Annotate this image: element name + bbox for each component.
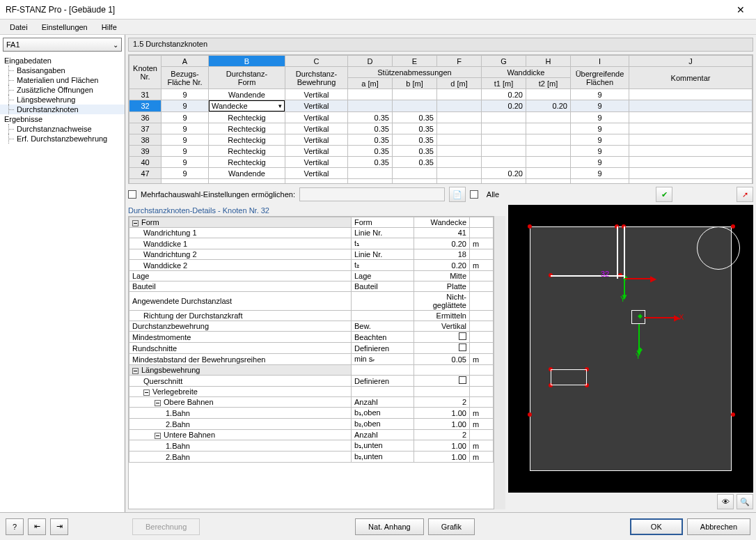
cell-t1[interactable]	[482, 112, 526, 123]
details-scrollbar[interactable]	[494, 216, 505, 509]
check-button[interactable]: ✔	[656, 187, 672, 202]
multiselect-checkbox[interactable]	[128, 190, 136, 199]
details-value[interactable]: Nicht-geglättete	[414, 292, 470, 311]
cell-bew[interactable]: Vertikal	[285, 157, 348, 168]
details-row[interactable]: MindestmomenteBeachten	[129, 332, 494, 343]
details-value[interactable]	[414, 365, 470, 376]
cell-b[interactable]	[393, 100, 437, 112]
col-f[interactable]: F	[437, 56, 482, 67]
cell-flaechen[interactable]: 9	[571, 100, 629, 112]
table-row[interactable]: 409RechteckigVertikal0.350.359	[129, 157, 753, 168]
details-row[interactable]: Angewendete DurchstanzlastNicht-geglätte…	[129, 292, 494, 311]
cell-d[interactable]	[437, 112, 482, 123]
cell-t1[interactable]: 0.20	[482, 168, 526, 179]
cell-flaechen[interactable]: 9	[571, 157, 629, 168]
details-row[interactable]: DurchstanzbewehrungBew.Vertikal	[129, 321, 494, 332]
cell-bew[interactable]: Vertikal	[285, 123, 348, 134]
cell-t1[interactable]	[482, 134, 526, 146]
details-row[interactable]: BauteilBauteilPlatte	[129, 281, 494, 292]
prev-button[interactable]: ⇤	[28, 518, 46, 535]
expand-icon[interactable]	[143, 389, 150, 396]
cell-bew[interactable]: Vertikal	[285, 146, 348, 157]
tree-ergebnisse[interactable]: Ergebnisse	[0, 114, 125, 124]
cell-a[interactable]: 0.35	[348, 157, 393, 168]
help-button[interactable]: ?	[6, 518, 24, 535]
next-button[interactable]: ⇥	[50, 518, 68, 535]
cell-b[interactable]	[393, 168, 437, 179]
cell-bezug[interactable]: 9	[162, 112, 209, 123]
details-row[interactable]: 1.Bahnb₁,oben1.00m	[129, 408, 494, 419]
cell-bezug[interactable]: 9	[162, 89, 209, 100]
cell-bew[interactable]: Vertikal	[285, 168, 348, 179]
details-row[interactable]: RundschnitteDefinieren	[129, 343, 494, 354]
tree-basisangaben[interactable]: Basisangaben	[0, 65, 125, 75]
cell-bezug[interactable]: 9	[162, 168, 209, 179]
cell-b[interactable]: 0.35	[393, 112, 437, 123]
details-row[interactable]: Untere BahnenAnzahl2	[129, 430, 494, 440]
menu-einstellungen[interactable]: Einstellungen	[35, 22, 95, 33]
cell-d[interactable]	[437, 146, 482, 157]
details-value[interactable]: Platte	[414, 281, 470, 292]
details-value[interactable]: 1.00	[414, 419, 470, 430]
details-row[interactable]: Wandrichtung 1Linie Nr.41	[129, 228, 494, 238]
col-b[interactable]: B	[209, 56, 285, 67]
row-header[interactable]: 38	[129, 134, 162, 146]
cell-b[interactable]: 0.35	[393, 146, 437, 157]
details-value[interactable]: Vertikal	[414, 321, 470, 332]
details-row[interactable]: 1.Bahnb₁,unten1.00m	[129, 440, 494, 452]
cell-flaechen[interactable]: 9	[571, 168, 629, 179]
details-row[interactable]: Obere BahnenAnzahl2	[129, 397, 494, 408]
cell-a[interactable]: 0.35	[348, 134, 393, 146]
nat-anhang-button[interactable]: Nat. Anhang	[355, 518, 424, 535]
details-row[interactable]: 2.Bahnb₂,oben1.00m	[129, 419, 494, 430]
menu-hilfe[interactable]: Hilfe	[95, 22, 124, 33]
alle-checkbox[interactable]	[470, 190, 478, 199]
details-value[interactable]: 2	[414, 430, 470, 440]
pick-button[interactable]: ➚	[737, 187, 753, 202]
col-i[interactable]: I	[571, 56, 629, 67]
col-g[interactable]: G	[482, 56, 526, 67]
abbrechen-button[interactable]: Abbrechen	[687, 518, 750, 535]
cell-d[interactable]	[437, 123, 482, 134]
cell-form[interactable]: Rechteckig	[209, 146, 285, 157]
cell-b[interactable]: 0.35	[393, 157, 437, 168]
col-e[interactable]: E	[393, 56, 437, 67]
table-row[interactable]: 389RechteckigVertikal0.350.359	[129, 134, 753, 146]
close-icon[interactable]: ✕	[731, 4, 750, 15]
menu-datei[interactable]: Datei	[3, 22, 35, 33]
checkbox-icon[interactable]	[459, 332, 466, 340]
details-value[interactable]: 1.00	[414, 440, 470, 452]
details-row[interactable]: LageLageMitte	[129, 271, 494, 281]
row-header[interactable]: 32	[129, 100, 162, 112]
cell-kommentar[interactable]	[629, 168, 753, 179]
details-value[interactable]: 0.20	[414, 260, 470, 271]
cell-t1[interactable]	[482, 123, 526, 134]
details-row[interactable]: 2.Bahnb₂,unten1.00m	[129, 452, 494, 463]
cell-d[interactable]	[437, 168, 482, 179]
cell-kommentar[interactable]	[629, 157, 753, 168]
cell-t2[interactable]: 0.20	[526, 100, 571, 112]
details-value[interactable]: 2	[414, 397, 470, 408]
cell-a[interactable]: 0.35	[348, 112, 393, 123]
table-row[interactable]: 479WandendeVertikal0.209	[129, 168, 753, 179]
cell-form[interactable]: Rechteckig	[209, 123, 285, 134]
details-row[interactable]: QuerschnittDefinieren	[129, 376, 494, 387]
details-value[interactable]: 41	[414, 228, 470, 238]
expand-icon[interactable]	[155, 433, 161, 439]
cell-form[interactable]: Wandende	[209, 168, 285, 179]
tree-zusaetzliche-oeffnungen[interactable]: Zusätzliche Öffnungen	[0, 85, 125, 95]
tree-eingabedaten[interactable]: Eingabedaten	[0, 56, 125, 65]
details-value[interactable]: 0.20	[414, 238, 470, 249]
cell-d[interactable]	[437, 89, 482, 100]
details-value[interactable]	[414, 343, 470, 354]
col-a[interactable]: A	[162, 56, 209, 67]
checkbox-icon[interactable]	[459, 344, 466, 351]
details-value[interactable]: 1.00	[414, 452, 470, 463]
details-value[interactable]: 1.00	[414, 408, 470, 419]
viewport-3d[interactable]: 32 X Y Y ▶ ▼ ▶ ▼	[508, 205, 753, 493]
cell-d[interactable]	[437, 100, 482, 112]
details-value[interactable]: Wandecke	[414, 217, 470, 228]
cell-bew[interactable]: Vertikal	[285, 89, 348, 100]
cell-d[interactable]	[437, 157, 482, 168]
checkbox-icon[interactable]	[459, 376, 466, 384]
